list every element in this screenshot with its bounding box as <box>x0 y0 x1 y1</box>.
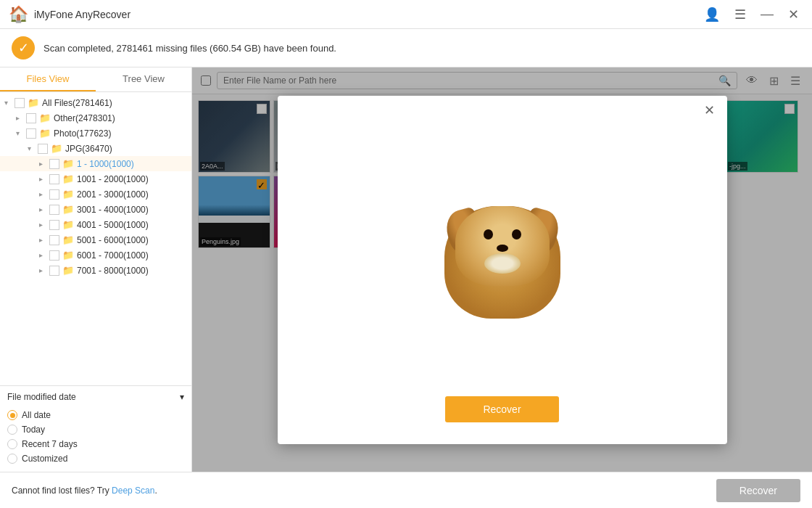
tree-arrow: ▸ <box>39 190 49 198</box>
tree-checkbox[interactable] <box>26 113 36 123</box>
date-filter-label: File modified date <box>7 392 76 402</box>
radio-label: Customized <box>22 454 67 464</box>
tree-arrow: ▾ <box>16 129 26 137</box>
recover-button[interactable]: Recover <box>716 479 800 502</box>
tree-item-r2[interactable]: ▸📁1001 - 2000(1000) <box>0 171 191 187</box>
tree-checkbox[interactable] <box>49 250 59 261</box>
folder-icon: 📁 <box>39 112 51 123</box>
cannot-find-text: Cannot find lost files? Try <box>12 486 112 496</box>
tree-label: All Files(2781461) <box>42 98 112 108</box>
date-filter: File modified date ▾ All dateTodayRecent… <box>0 385 191 472</box>
folder-icon: 📁 <box>28 97 39 108</box>
app-title: iMyFone AnyRecover <box>34 9 700 20</box>
deep-scan-link[interactable]: Deep Scan <box>112 486 154 496</box>
modal-image <box>444 202 560 319</box>
tree-item-r6[interactable]: ▸📁5001 - 6000(1000) <box>0 232 191 247</box>
radio-circle <box>7 439 17 449</box>
radio-customized[interactable]: Customized <box>7 451 184 466</box>
tab-files-view[interactable]: Files View <box>0 67 96 91</box>
tree-item-r4[interactable]: ▸📁3001 - 4000(1000) <box>0 202 191 217</box>
view-tabs: Files View Tree View <box>0 67 191 92</box>
modal-header: ✕ <box>278 96 727 125</box>
folder-icon: 📁 <box>62 158 74 169</box>
modal-overlay[interactable]: ✕ <box>192 67 812 472</box>
minimize-button[interactable]: — <box>756 5 778 23</box>
date-filter-arrow: ▾ <box>180 392 184 402</box>
modal-recover-button[interactable]: Recover <box>445 396 558 422</box>
tree-label: Photo(177623) <box>54 128 111 139</box>
folder-icon: 📁 <box>62 173 74 184</box>
folder-icon: 📁 <box>62 189 74 200</box>
tree-arrow: ▸ <box>39 266 49 274</box>
folder-icon: 📁 <box>51 143 62 154</box>
folder-icon: 📁 <box>62 265 74 276</box>
tree-item-r7[interactable]: ▸📁6001 - 7000(1000) <box>0 247 191 263</box>
tree-item-r5[interactable]: ▸📁4001 - 5000(1000) <box>0 217 191 232</box>
tree-label: 1 - 1000(1000) <box>77 159 134 169</box>
preview-modal: ✕ <box>278 96 727 444</box>
tree-arrow: ▸ <box>39 236 49 244</box>
title-bar: 🏠 iMyFone AnyRecover 👤 ☰ — ✕ <box>0 0 812 29</box>
status-suffix: . <box>154 486 157 496</box>
tree-arrow: ▸ <box>39 175 49 183</box>
notification-text: Scan completed, 2781461 missing files (6… <box>44 43 336 54</box>
date-filter-options: All dateTodayRecent 7 daysCustomized <box>7 408 184 466</box>
tree-item-photo[interactable]: ▾📁Photo(177623) <box>0 126 191 141</box>
tree-checkbox[interactable] <box>38 144 48 154</box>
modal-close-button[interactable]: ✕ <box>701 102 718 119</box>
tree-item-r3[interactable]: ▸📁2001 - 3000(1000) <box>0 187 191 202</box>
tree-checkbox[interactable] <box>14 98 25 108</box>
tree-label: JPG(36470) <box>65 144 112 154</box>
close-button[interactable]: ✕ <box>784 5 803 24</box>
status-bar: Cannot find lost files? Try Deep Scan. R… <box>0 472 812 508</box>
tree-item-other[interactable]: ▸📁Other(2478301) <box>0 110 191 126</box>
tree-arrow: ▾ <box>28 144 38 152</box>
tree-item-r8[interactable]: ▸📁7001 - 8000(1000) <box>0 263 191 278</box>
tree-item-all[interactable]: ▾📁All Files(2781461) <box>0 95 191 110</box>
menu-icon[interactable]: ☰ <box>730 5 750 24</box>
tree-label: 7001 - 8000(1000) <box>77 266 149 276</box>
folder-icon: 📁 <box>62 250 74 261</box>
tree-item-r1[interactable]: ▸📁1 - 1000(1000) <box>0 156 191 171</box>
tree-arrow: ▸ <box>16 114 26 122</box>
radio-circle <box>7 454 17 464</box>
tree-checkbox[interactable] <box>26 128 36 139</box>
file-tree: ▾📁All Files(2781461)▸📁Other(2478301)▾📁Ph… <box>0 92 191 385</box>
tree-label: 6001 - 7000(1000) <box>77 250 149 261</box>
app-icon: 🏠 <box>9 5 28 24</box>
status-text: Cannot find lost files? Try Deep Scan. <box>12 486 157 496</box>
tree-arrow: ▸ <box>39 221 49 229</box>
success-icon: ✓ <box>12 36 35 60</box>
tree-checkbox[interactable] <box>49 220 59 230</box>
tree-arrow: ▾ <box>4 99 14 107</box>
tree-label: 4001 - 5000(1000) <box>77 220 149 230</box>
notification-bar: ✓ Scan completed, 2781461 missing files … <box>0 29 812 67</box>
date-filter-header[interactable]: File modified date ▾ <box>7 392 184 402</box>
folder-icon: 📁 <box>62 219 74 230</box>
content-area: 🔍 👁 ⊞ ☰ 2A0A...E368...2C05F70F@2481...35… <box>192 67 812 472</box>
tree-arrow: ▸ <box>39 160 49 168</box>
folder-icon: 📁 <box>39 128 51 139</box>
tree-label: 3001 - 4000(1000) <box>77 205 149 215</box>
tree-checkbox[interactable] <box>49 174 59 184</box>
folder-icon: 📁 <box>62 234 74 245</box>
tree-checkbox[interactable] <box>49 205 59 215</box>
tree-label: 1001 - 2000(1000) <box>77 174 149 184</box>
radio-circle <box>7 425 17 435</box>
user-icon[interactable]: 👤 <box>700 5 724 24</box>
radio-today[interactable]: Today <box>7 422 184 437</box>
tree-checkbox[interactable] <box>49 159 59 169</box>
tree-checkbox[interactable] <box>49 189 59 200</box>
tree-label: 2001 - 3000(1000) <box>77 189 149 200</box>
tab-tree-view[interactable]: Tree View <box>96 67 191 91</box>
tree-checkbox[interactable] <box>49 266 59 276</box>
radio-circle <box>7 410 17 420</box>
radio-recent_7[interactable]: Recent 7 days <box>7 437 184 451</box>
tree-item-jpg[interactable]: ▾📁JPG(36470) <box>0 141 191 156</box>
window-controls: 👤 ☰ — ✕ <box>700 5 803 24</box>
radio-all_date[interactable]: All date <box>7 408 184 422</box>
tree-checkbox[interactable] <box>49 235 59 245</box>
modal-image-area <box>278 125 727 396</box>
tree-label: 5001 - 6000(1000) <box>77 235 149 245</box>
tree-arrow: ▸ <box>39 205 49 213</box>
